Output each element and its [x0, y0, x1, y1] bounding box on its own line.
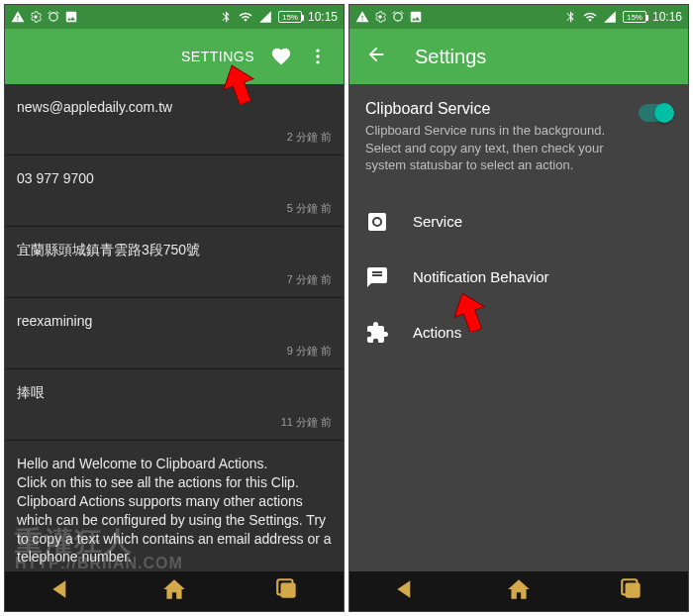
- arrow-back-icon: [365, 44, 387, 65]
- alarm-icon: [391, 10, 405, 24]
- clip-time: 7 分鐘 前: [17, 272, 332, 287]
- gear-box-icon: [365, 210, 389, 234]
- svg-point-3: [316, 60, 319, 63]
- settings-header: Clipboard Service Clipboard Service runs…: [365, 100, 672, 174]
- settings-item-label: Service: [413, 213, 462, 230]
- clip-text: 03 977 9700: [17, 169, 332, 188]
- clip-time: 9 分鐘 前: [17, 344, 332, 359]
- navigation-bar: [5, 571, 344, 611]
- message-icon: [365, 265, 389, 289]
- settings-item-service[interactable]: Service: [365, 194, 672, 250]
- service-toggle[interactable]: [639, 104, 672, 122]
- clip-text: 宜蘭縣頭城鎮青雲路3段750號: [17, 241, 332, 259]
- clock: 10:16: [652, 10, 682, 24]
- list-item[interactable]: 宜蘭縣頭城鎮青雲路3段750號7 分鐘 前: [5, 227, 344, 298]
- bluetooth-icon: [219, 10, 233, 24]
- extension-icon: [365, 321, 389, 345]
- section-title: Clipboard Service: [365, 100, 627, 118]
- clip-time: 5 分鐘 前: [17, 201, 332, 216]
- warning-icon: [11, 10, 25, 24]
- settings-status-icon: [373, 10, 387, 24]
- back-button[interactable]: [357, 36, 395, 77]
- clip-text: news@appledaily.com.tw: [17, 98, 332, 117]
- home-icon: [161, 576, 187, 602]
- clip-text: 捧哏: [17, 383, 332, 402]
- clock: 10:15: [308, 10, 338, 24]
- page-title: Settings: [415, 46, 486, 68]
- list-item[interactable]: 捧哏11 分鐘 前: [5, 369, 344, 441]
- svg-point-0: [34, 15, 38, 19]
- signal-icon: [603, 10, 617, 24]
- section-desc: Clipboard Service runs in the background…: [365, 122, 627, 174]
- list-item[interactable]: 03 977 97005 分鐘 前: [5, 155, 344, 227]
- settings-item-label: Actions: [413, 324, 461, 341]
- back-nav-button[interactable]: [49, 576, 74, 606]
- navigation-bar: [349, 571, 688, 611]
- alarm-icon: [47, 10, 60, 24]
- back-triangle-icon: [393, 576, 419, 602]
- more-vert-icon: [308, 47, 328, 66]
- image-icon: [409, 10, 423, 24]
- clip-text: Hello and Welcome to Clipboard Actions. …: [17, 455, 332, 566]
- clip-time: 11 分鐘 前: [17, 415, 332, 430]
- settings-button[interactable]: SETTINGS: [173, 41, 262, 72]
- recents-nav-button[interactable]: [619, 576, 644, 606]
- list-item[interactable]: Hello and Welcome to Clipboard Actions. …: [5, 441, 344, 571]
- status-bar: 15% 10:16: [349, 5, 688, 29]
- settings-item-notification[interactable]: Notification Behavior: [365, 250, 672, 305]
- favorite-button[interactable]: [262, 38, 300, 75]
- home-nav-button[interactable]: [506, 576, 532, 606]
- app-bar: Settings: [349, 29, 688, 84]
- recents-icon: [619, 576, 644, 602]
- svg-point-6: [378, 15, 382, 19]
- right-phone: 15% 10:16 Settings Clipboard Service Cli…: [348, 4, 689, 612]
- settings-content: Clipboard Service Clipboard Service runs…: [349, 84, 688, 571]
- wifi-icon: [583, 10, 597, 24]
- settings-item-label: Notification Behavior: [413, 268, 549, 285]
- settings-status-icon: [29, 10, 43, 24]
- status-bar: 15% 10:15: [5, 5, 344, 29]
- svg-point-1: [316, 50, 319, 52]
- clip-list: news@appledaily.com.tw2 分鐘 前 03 977 9700…: [5, 84, 344, 571]
- recents-nav-button[interactable]: [274, 576, 300, 606]
- back-nav-button[interactable]: [393, 576, 419, 606]
- back-triangle-icon: [49, 576, 74, 602]
- bluetooth-icon: [563, 10, 577, 24]
- clip-time: 2 分鐘 前: [17, 130, 332, 145]
- home-nav-button[interactable]: [161, 576, 187, 606]
- settings-item-actions[interactable]: Actions: [365, 305, 672, 360]
- app-bar: SETTINGS: [5, 29, 344, 84]
- svg-point-2: [316, 54, 319, 57]
- list-item[interactable]: reexamining9 分鐘 前: [5, 298, 344, 369]
- left-phone: 15% 10:15 SETTINGS news@appledaily.com.t…: [4, 4, 345, 612]
- clip-text: reexamining: [17, 312, 332, 331]
- image-icon: [64, 10, 78, 24]
- recents-icon: [274, 576, 300, 602]
- overflow-button[interactable]: [300, 39, 336, 74]
- warning-icon: [355, 10, 369, 24]
- battery-indicator: 15%: [278, 11, 302, 23]
- signal-icon: [258, 10, 272, 24]
- battery-indicator: 15%: [623, 11, 646, 23]
- home-icon: [506, 576, 532, 602]
- wifi-icon: [239, 10, 252, 24]
- heart-icon: [270, 46, 292, 67]
- list-item[interactable]: news@appledaily.com.tw2 分鐘 前: [5, 84, 344, 155]
